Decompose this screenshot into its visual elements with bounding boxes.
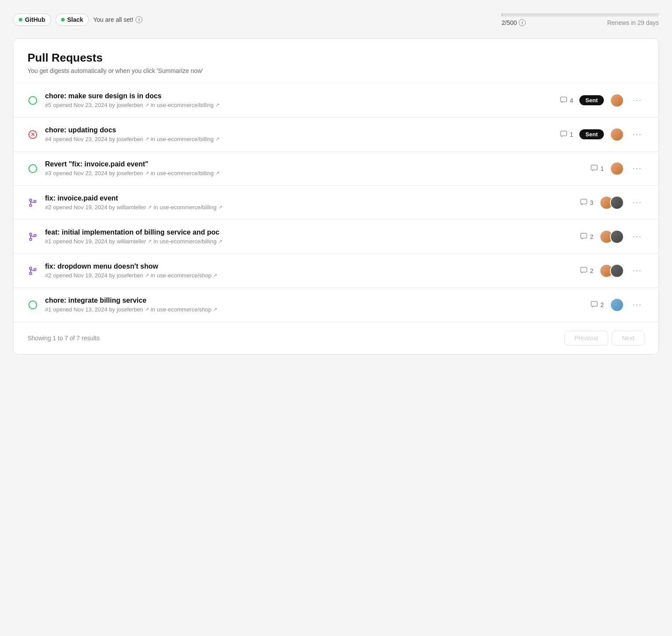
all-set-info-icon[interactable]: i	[135, 16, 142, 23]
pr-repo[interactable]: use-ecommerce/billing	[157, 170, 214, 176]
pr-right: 2 ···	[580, 264, 644, 278]
more-options-button[interactable]: ···	[630, 128, 644, 141]
list-item: chore: make sure design is in docs #5 op…	[14, 83, 658, 118]
pr-list: chore: make sure design is in docs #5 op…	[14, 83, 658, 321]
pr-repo[interactable]: use-ecommerce/shop	[157, 272, 211, 279]
pr-repo[interactable]: use-ecommerce/billing	[159, 238, 216, 245]
pr-author[interactable]: joseferben	[117, 136, 143, 142]
list-item: feat: initial implementation of billing …	[14, 220, 658, 254]
slack-badge[interactable]: Slack	[55, 14, 89, 26]
avatar	[610, 162, 624, 176]
usage-info: 2/500 i Renews in 29 days	[502, 19, 659, 26]
all-set-text: You are all set! i	[93, 16, 142, 23]
pr-number: #4	[45, 136, 51, 142]
usage-count: 2/500 i	[502, 19, 526, 26]
more-options-button[interactable]: ···	[630, 196, 644, 209]
main-card: Pull Requests You get digests automatica…	[13, 38, 659, 355]
card-title: Pull Requests	[28, 51, 644, 65]
open-status-icon	[28, 164, 37, 173]
svg-rect-10	[581, 233, 587, 238]
pr-author[interactable]: williamteller	[117, 238, 146, 245]
usage-info-icon[interactable]: i	[519, 19, 526, 26]
pr-number: #2	[45, 204, 51, 211]
repo-ext-link-icon: ↗	[218, 238, 222, 244]
pr-status-icon	[28, 163, 38, 174]
comment-number: 2	[590, 233, 593, 240]
github-badge[interactable]: GitHub	[13, 14, 51, 26]
list-item: ✕ chore: updating docs #4 opened Nov 23,…	[14, 118, 658, 152]
avatar	[610, 128, 624, 142]
pr-repo[interactable]: use-ecommerce/billing	[157, 136, 214, 142]
more-options-button[interactable]: ···	[630, 264, 644, 277]
pr-repo-in: in	[153, 238, 158, 245]
pr-right: 2 ···	[591, 298, 644, 312]
pr-content: chore: make sure design is in docs #5 op…	[45, 92, 553, 108]
avatars	[610, 298, 624, 312]
pr-repo[interactable]: use-ecommerce/shop	[157, 306, 211, 313]
comment-number: 1	[600, 165, 604, 172]
pr-author[interactable]: joseferben	[117, 170, 143, 176]
comment-icon	[580, 199, 588, 207]
pr-opened: opened Nov 19, 2024 by	[53, 238, 115, 245]
more-options-button[interactable]: ···	[630, 298, 644, 311]
pr-repo[interactable]: use-ecommerce/billing	[157, 102, 214, 108]
previous-button[interactable]: Previous	[565, 331, 608, 346]
pr-repo[interactable]: use-ecommerce/billing	[159, 204, 216, 211]
top-bar: GitHub Slack You are all set! i 2/500 i …	[13, 13, 659, 26]
avatars	[610, 128, 624, 142]
pr-number: #3	[45, 170, 51, 176]
more-options-button[interactable]: ···	[630, 162, 644, 175]
showing-text: Showing 1 to 7 of 7 results	[28, 335, 100, 342]
pr-repo-in: in	[153, 204, 158, 211]
svg-rect-0	[561, 97, 567, 102]
comment-count: 2	[580, 267, 593, 275]
pr-opened: opened Nov 19, 2024 by	[53, 272, 115, 279]
pr-author[interactable]: joseferben	[117, 306, 143, 313]
pr-author[interactable]: williamteller	[117, 204, 146, 211]
comment-icon	[580, 267, 588, 275]
avatar	[610, 196, 624, 210]
author-ext-link-icon: ↗	[145, 170, 149, 176]
svg-point-7	[30, 233, 32, 235]
comment-icon	[591, 301, 599, 309]
pr-repo-in: in	[151, 272, 155, 279]
comment-number: 4	[570, 97, 573, 104]
slack-label: Slack	[67, 16, 83, 23]
pr-content: fix: invoice.paid event #2 opened Nov 19…	[45, 194, 573, 211]
list-item: chore: integrate billing service #1 open…	[14, 288, 658, 321]
avatars	[610, 162, 624, 176]
sent-badge: Sent	[579, 129, 604, 139]
card-footer: Showing 1 to 7 of 7 results Previous Nex…	[14, 321, 658, 354]
pr-author[interactable]: joseferben	[117, 272, 143, 279]
pagination: Previous Next	[565, 331, 644, 346]
top-left: GitHub Slack You are all set! i	[13, 14, 142, 26]
pr-title: chore: updating docs	[45, 126, 553, 134]
svg-rect-1	[561, 131, 567, 136]
comment-icon	[591, 165, 599, 173]
closed-status-icon: ✕	[28, 130, 37, 139]
svg-rect-6	[581, 199, 587, 204]
more-options-button[interactable]: ···	[630, 230, 644, 243]
more-options-button[interactable]: ···	[630, 94, 644, 107]
next-button[interactable]: Next	[612, 331, 644, 346]
renews-text: Renews in 29 days	[607, 19, 659, 26]
pr-right: 1 Sent ···	[560, 128, 644, 142]
pr-title: feat: initial implementation of billing …	[45, 228, 573, 236]
pr-meta: #2 opened Nov 19, 2024 by joseferben ↗ i…	[45, 272, 573, 279]
repo-ext-link-icon: ↗	[213, 273, 217, 278]
comment-count: 4	[560, 97, 573, 104]
svg-rect-2	[591, 165, 597, 170]
avatars	[599, 230, 624, 244]
card-header: Pull Requests You get digests automatica…	[14, 39, 658, 83]
usage-number: 2/500	[502, 19, 517, 26]
comment-icon	[560, 97, 568, 104]
repo-ext-link-icon: ↗	[218, 204, 222, 210]
pr-author[interactable]: joseferben	[117, 102, 143, 108]
repo-ext-link-icon: ↗	[213, 307, 217, 312]
avatar	[610, 230, 624, 244]
comment-number: 1	[570, 131, 573, 138]
avatars	[599, 196, 624, 210]
author-ext-link-icon: ↗	[148, 204, 152, 210]
author-ext-link-icon: ↗	[145, 136, 149, 142]
avatars	[599, 264, 624, 278]
